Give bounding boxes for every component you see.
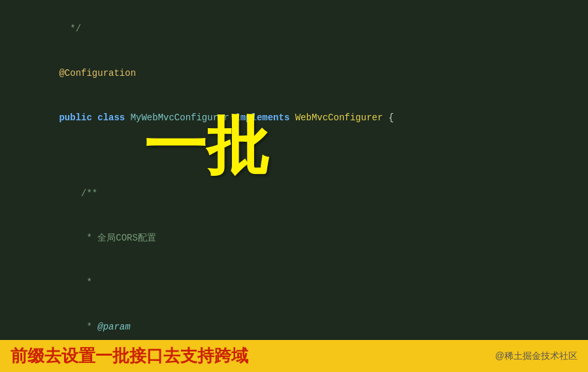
line-content: public class MyWebMvcConfigurer implemen… [24,96,588,139]
code-line: public class MyWebMvcConfigurer implemen… [0,95,588,140]
line-content: * 全局CORS配置 [24,216,588,260]
code-line: */ [0,7,588,51]
line-content: */ [24,7,588,50]
code-line: /** [0,171,588,216]
code-line [0,156,588,171]
code-editor: */ @Configuration public class MyWebMvcC… [0,0,588,340]
line-content: * @param [24,305,588,340]
line-content: * [24,261,588,304]
bottom-bar: 前缀去设置一批接口去支持跨域 @稀土掘金技术社区 [0,340,588,372]
code-line: * 全局CORS配置 [0,216,588,260]
watermark: @稀土掘金技术社区 [495,350,578,362]
code-line: * @param [0,305,588,340]
line-content [24,141,588,155]
code-line: @Configuration [0,51,588,95]
code-line: * [0,260,588,305]
bottom-caption: 前缀去设置一批接口去支持跨域 [10,345,248,367]
line-content: @Configuration [24,52,588,95]
line-content: /** [24,172,588,215]
line-content [24,156,588,171]
code-line [0,140,588,156]
